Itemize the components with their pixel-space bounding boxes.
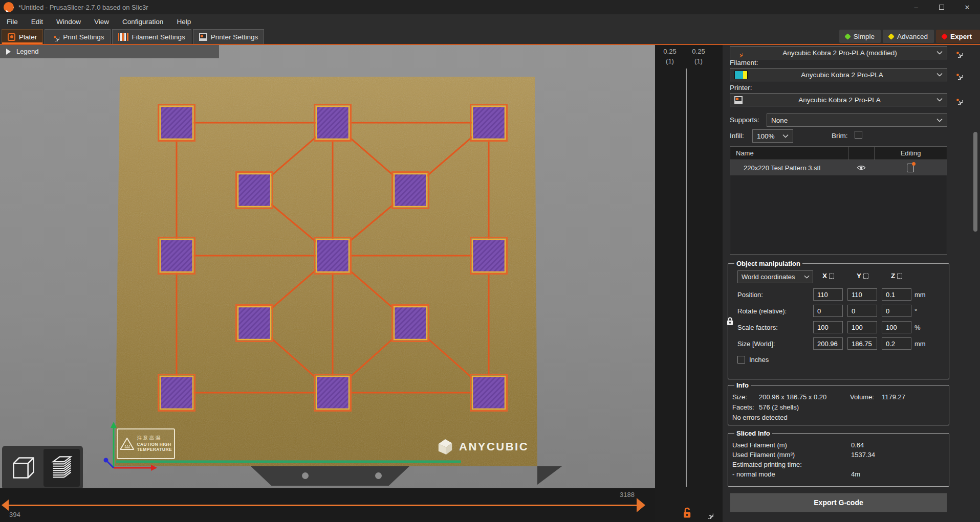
tab-printer-settings[interactable]: Printer Settings [193, 29, 264, 44]
layer-slider-label-right: 0.25 (1) [687, 47, 710, 66]
mode-advanced-button[interactable]: Advanced [883, 30, 934, 43]
print-settings-combo[interactable]: Anycubic Kobra 2 Pro-PLA (modified) [730, 46, 947, 59]
used-filament-m-label: Used Filament (m) [732, 441, 851, 449]
position-z-input[interactable] [882, 288, 911, 301]
axis-header-z: Z [891, 272, 902, 280]
panel-scrollbar[interactable] [973, 132, 977, 232]
expert-mode-icon [941, 33, 948, 40]
tab-plater[interactable]: Plater [2, 29, 43, 44]
normal-mode-label: - normal mode [732, 470, 851, 478]
menu-window[interactable]: Window [50, 14, 88, 29]
scale-z-input[interactable] [882, 321, 911, 333]
window-title: *Untitled - PrusaSlicer-2.7.0 based on S… [18, 4, 148, 11]
axis-z-icon [897, 274, 902, 279]
edit-filament-button[interactable] [951, 68, 964, 81]
axis-x-icon [829, 274, 834, 279]
brim-checkbox[interactable] [855, 131, 862, 139]
size-x-input[interactable] [813, 337, 843, 350]
caution-text-en1: CAUTION HIGH [137, 442, 172, 447]
menu-file[interactable]: File [0, 14, 25, 29]
3d-viewport[interactable]: 注意高温 CAUTION HIGH TEMPERATURE ANYCUBIC [0, 45, 655, 522]
export-gcode-button[interactable]: Export G-code [730, 493, 947, 512]
legend-expand-icon[interactable] [6, 49, 11, 55]
uniform-scale-lock-icon[interactable] [726, 316, 734, 326]
bed-brand-text: ANYCUBIC [459, 440, 529, 453]
inches-checkbox[interactable] [737, 356, 745, 364]
printer-label: Printer: [730, 84, 752, 92]
cube-view-icon [10, 455, 37, 481]
legend-bar[interactable]: Legend [0, 45, 219, 58]
simple-mode-icon [844, 33, 851, 40]
print-settings-gear-icon [51, 33, 59, 41]
advanced-mode-icon [888, 33, 895, 40]
filament-combo[interactable]: Anycubic Kobra 2 Pro-PLA [730, 68, 947, 81]
slider-right-arrow[interactable] [637, 498, 645, 512]
object-editing-button[interactable] [874, 164, 947, 172]
rotate-z-input[interactable] [882, 305, 911, 317]
bed-brand-logo: ANYCUBIC [437, 439, 529, 455]
eye-icon [857, 165, 866, 171]
supports-label: Supports: [730, 116, 759, 124]
minimize-button[interactable]: – [903, 0, 929, 14]
object-row[interactable]: 220x220 Test Pattern 3.stl [730, 160, 947, 175]
position-y-input[interactable] [847, 288, 877, 301]
maximize-button[interactable] [929, 0, 954, 14]
tab-print-settings[interactable]: Print Settings [45, 29, 110, 44]
mode-simple-button[interactable]: Simple [839, 30, 881, 43]
maximize-icon [939, 5, 944, 10]
facets-value: 576 (2 shells) [759, 403, 799, 411]
3d-editor-view-button[interactable] [5, 449, 41, 487]
legend-label: Legend [16, 48, 38, 55]
edit-printer-button[interactable] [951, 93, 964, 106]
menu-edit[interactable]: Edit [25, 14, 50, 29]
tab-bar: Plater Print Settings Filament Settings … [0, 29, 980, 45]
object-manipulation-title: Object manipulation [734, 260, 802, 267]
object-list-header: Name Editing [730, 147, 947, 160]
close-button[interactable]: ✕ [954, 0, 980, 14]
print-bed: 注意高温 CAUTION HIGH TEMPERATURE ANYCUBIC [115, 77, 537, 466]
layer-slider-column: 0.25 (1) 0.25 (1) [655, 45, 723, 522]
menu-help[interactable]: Help [170, 14, 198, 29]
size-y-input[interactable] [847, 337, 877, 350]
coordinate-system-combo[interactable]: World coordinates [737, 270, 813, 283]
menu-view[interactable]: View [88, 14, 116, 29]
toggle-visibility-button[interactable] [848, 165, 874, 171]
inches-row: Inches [732, 354, 945, 365]
used-filament-m-value: 0.64 [851, 441, 864, 449]
tab-filament-settings[interactable]: Filament Settings [112, 29, 191, 44]
size-z-input[interactable] [882, 337, 911, 350]
infill-combo[interactable]: 100% [752, 129, 793, 143]
rotate-x-input[interactable] [813, 305, 843, 317]
supports-combo[interactable]: None [767, 114, 947, 127]
slider-left-arrow[interactable] [2, 500, 9, 511]
size-row: Size [World]: mm [732, 337, 945, 350]
menu-configuration[interactable]: Configuration [116, 14, 170, 29]
position-x-input[interactable] [813, 288, 843, 301]
slider-unlock-icon[interactable] [682, 507, 692, 519]
scale-y-input[interactable] [847, 321, 877, 333]
infill-label: Infill: [730, 132, 744, 140]
chevron-down-icon [782, 134, 789, 138]
rotate-row: Rotate (relative): ° [732, 304, 945, 317]
mode-switcher: Simple Advanced Expert [839, 30, 980, 43]
horizontal-move-slider[interactable] [8, 505, 637, 506]
slider-settings-gear-icon[interactable] [702, 508, 713, 519]
volume-value: 1179.27 [882, 393, 905, 401]
plater-icon [8, 33, 15, 41]
normal-mode-value: 4m [851, 470, 860, 478]
edit-print-settings-button[interactable] [951, 46, 964, 59]
rotate-y-input[interactable] [847, 305, 877, 317]
object-manipulation-panel: Object manipulation World coordinates X … [728, 260, 949, 379]
mode-expert-button[interactable]: Expert [936, 30, 980, 43]
object-list: Name Editing 220x220 Test Pattern 3.stl [730, 146, 947, 255]
column-editing: Editing [874, 147, 947, 160]
title-bar: *Untitled - PrusaSlicer-2.7.0 based on S… [0, 0, 980, 14]
layer-slider-track[interactable] [686, 69, 687, 487]
preview-view-button[interactable] [43, 449, 80, 487]
filament-icon [118, 33, 128, 41]
bed-mount-tab-right [537, 466, 562, 485]
scale-x-input[interactable] [813, 321, 843, 333]
layers-view-icon [49, 455, 75, 481]
printer-combo[interactable]: Anycubic Kobra 2 Pro-PLA [730, 93, 947, 106]
filament-label: Filament: [730, 59, 758, 66]
